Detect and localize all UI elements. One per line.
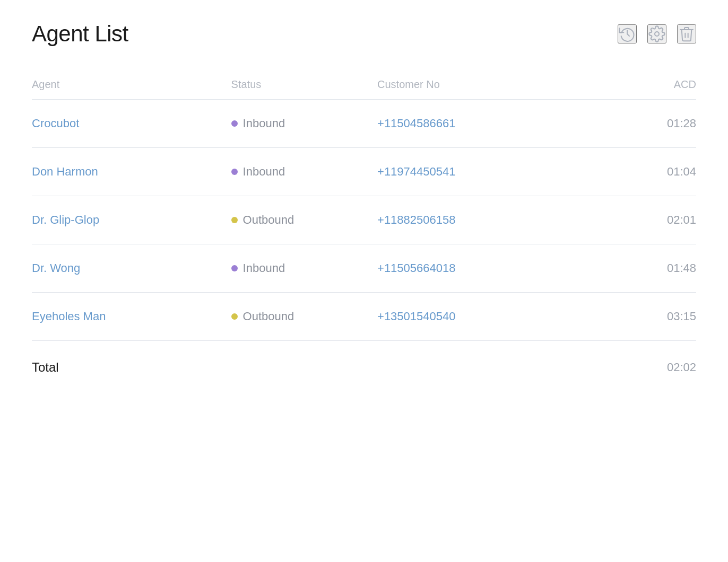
table-header: Agent Status Customer No ACD [32,72,696,100]
settings-icon [648,25,665,42]
customer-number: +11504586661 [377,117,455,130]
table-row: Dr. Wong Inbound +11505664018 01:48 [32,244,696,293]
customer-number: +11882506158 [377,213,455,226]
agent-name-cell[interactable]: Don Harmon [32,148,231,196]
customer-number: +11974450541 [377,165,455,178]
customer-no-cell: +13501540540 [377,293,590,341]
status-dot-inbound [231,120,238,127]
agent-name-cell[interactable]: Crocubot [32,100,231,148]
acd-time: 01:48 [667,261,696,275]
customer-no-cell: +11504586661 [377,100,590,148]
acd-cell: 01:28 [590,100,696,148]
agent-name: Crocubot [32,117,79,130]
table-row: Eyeholes Man Outbound +13501540540 03:15 [32,293,696,341]
history-button[interactable] [618,24,637,43]
acd-time: 02:01 [667,213,696,226]
status-dot-inbound [231,169,238,175]
status-dot-inbound [231,265,238,271]
header-actions [618,24,696,43]
status-text: Inbound [243,261,285,275]
status-cell: Inbound [231,244,377,293]
customer-no-cell: +11882506158 [377,196,590,244]
acd-cell: 01:04 [590,148,696,196]
acd-cell: 03:15 [590,293,696,341]
table-footer: Total 02:02 [32,341,696,375]
acd-time: 01:28 [667,117,696,130]
table-row: Don Harmon Inbound +11974450541 01:04 [32,148,696,196]
col-header-status: Status [231,72,377,100]
status-cell: Outbound [231,293,377,341]
col-header-customer: Customer No [377,72,590,100]
page-header: Agent List [32,21,696,47]
customer-no-cell: +11974450541 [377,148,590,196]
status-cell: Inbound [231,148,377,196]
total-acd: 02:02 [667,361,696,374]
status-text: Outbound [243,310,294,323]
agent-name: Eyeholes Man [32,310,106,323]
agent-name: Dr. Wong [32,261,80,275]
status-dot-outbound [231,313,238,320]
customer-no-cell: +11505664018 [377,244,590,293]
delete-button[interactable] [677,24,696,43]
svg-point-0 [655,32,659,36]
col-header-acd: ACD [590,72,696,100]
agent-name-cell[interactable]: Dr. Glip-Glop [32,196,231,244]
agent-name-cell[interactable]: Eyeholes Man [32,293,231,341]
status-cell: Outbound [231,196,377,244]
customer-number: +11505664018 [377,261,455,275]
agent-name-cell[interactable]: Dr. Wong [32,244,231,293]
status-cell: Inbound [231,100,377,148]
agent-name: Dr. Glip-Glop [32,213,99,226]
page-title: Agent List [32,21,128,47]
table-row: Crocubot Inbound +11504586661 01:28 [32,100,696,148]
history-icon [619,25,636,42]
agent-name: Don Harmon [32,165,98,178]
customer-number: +13501540540 [377,310,455,323]
status-text: Inbound [243,165,285,179]
acd-cell: 01:48 [590,244,696,293]
table-row: Dr. Glip-Glop Outbound +11882506158 02:0… [32,196,696,244]
acd-time: 03:15 [667,310,696,323]
agent-table: Agent Status Customer No ACD Crocubot In… [32,72,696,341]
agent-list-container: Agent List [32,21,696,375]
status-dot-outbound [231,217,238,223]
total-label: Total [32,360,59,375]
status-text: Outbound [243,213,294,227]
table-body: Crocubot Inbound +11504586661 01:28 Don … [32,100,696,341]
settings-button[interactable] [647,24,666,43]
acd-cell: 02:01 [590,196,696,244]
status-text: Inbound [243,117,285,130]
col-header-agent: Agent [32,72,231,100]
acd-time: 01:04 [667,165,696,178]
delete-icon [678,25,695,42]
